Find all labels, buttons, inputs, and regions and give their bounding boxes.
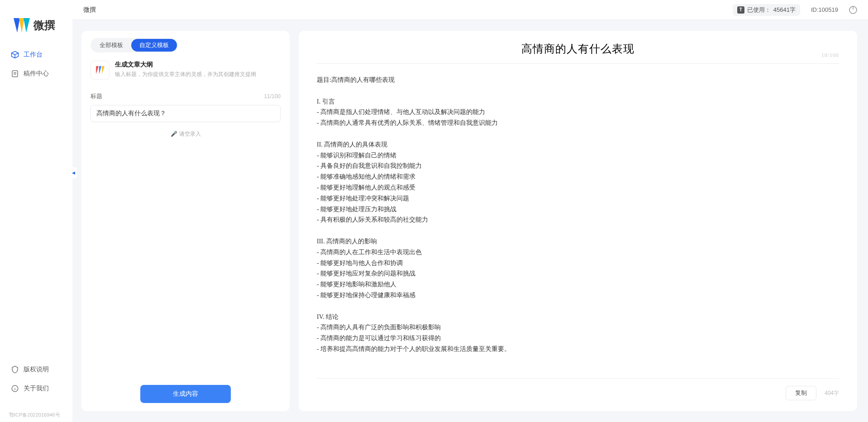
sidebar-item-label: 稿件中心 <box>24 70 49 78</box>
logo-icon <box>14 18 30 33</box>
sidebar-item-workbench[interactable]: 工作台 <box>5 46 67 63</box>
icp-text: 鄂ICP备2022016946号 <box>0 408 72 422</box>
voice-input-hint[interactable]: 🎤请空录入 <box>91 130 281 138</box>
title-input[interactable] <box>91 105 281 122</box>
page-title: 微撰 <box>83 6 96 14</box>
text-icon: T <box>737 6 744 14</box>
sidebar: 微撰 工作台 稿件中心 版权说明 <box>0 0 72 422</box>
collapse-icon[interactable] <box>70 167 77 178</box>
shield-icon <box>11 365 19 374</box>
template-icon <box>91 61 110 80</box>
input-panel: 全部模板 自定义模板 生成文章大纲 <box>81 31 290 411</box>
usage-value: 45641字 <box>773 6 796 14</box>
power-icon[interactable] <box>849 6 857 14</box>
info-icon <box>11 384 19 393</box>
logo-text: 微撰 <box>33 18 55 33</box>
user-id: ID:100519 <box>811 6 838 13</box>
output-title: 高情商的人有什么表现 10/100 <box>317 42 839 64</box>
template-card: 生成文章大纲 输入标题，为你提供文章主体的灵感，并为其创建推文提纲 <box>91 61 281 80</box>
copy-button[interactable]: 复制 <box>786 386 816 400</box>
word-count: 404字 <box>825 389 839 397</box>
sidebar-item-label: 关于我们 <box>24 384 49 393</box>
cube-icon <box>11 51 19 59</box>
output-body: 题目:高情商的人有哪些表现 I. 引言 - 高情商是指人们处理情绪、与他人互动以… <box>317 75 839 378</box>
sidebar-item-label: 版权说明 <box>24 365 49 374</box>
sidebar-item-copyright[interactable]: 版权说明 <box>5 361 67 378</box>
mic-icon: 🎤 <box>171 131 177 137</box>
title-field-label: 标题 <box>91 92 102 100</box>
usage-label: 已使用： <box>747 6 771 14</box>
topbar: 微撰 T 已使用： 45641字 ID:100519 <box>72 0 868 20</box>
usage-chip: T 已使用： 45641字 <box>733 4 800 16</box>
title-counter: 10/100 <box>821 52 839 59</box>
tab-custom-templates[interactable]: 自定义模板 <box>131 39 177 52</box>
template-title: 生成文章大纲 <box>115 61 256 69</box>
logo: 微撰 <box>0 0 72 46</box>
sidebar-item-label: 工作台 <box>24 51 43 59</box>
template-desc: 输入标题，为你提供文章主体的灵感，并为其创建推文提纲 <box>115 71 256 78</box>
document-icon <box>11 70 19 78</box>
template-tabs: 全部模板 自定义模板 <box>91 38 178 52</box>
sidebar-item-about[interactable]: 关于我们 <box>5 380 67 397</box>
generate-button[interactable]: 生成内容 <box>140 385 231 403</box>
title-field-counter: 11/100 <box>264 93 281 100</box>
sidebar-item-drafts[interactable]: 稿件中心 <box>5 65 67 82</box>
output-panel: 高情商的人有什么表现 10/100 题目:高情商的人有哪些表现 I. 引言 - … <box>299 31 857 411</box>
tab-all-templates[interactable]: 全部模板 <box>91 39 131 52</box>
